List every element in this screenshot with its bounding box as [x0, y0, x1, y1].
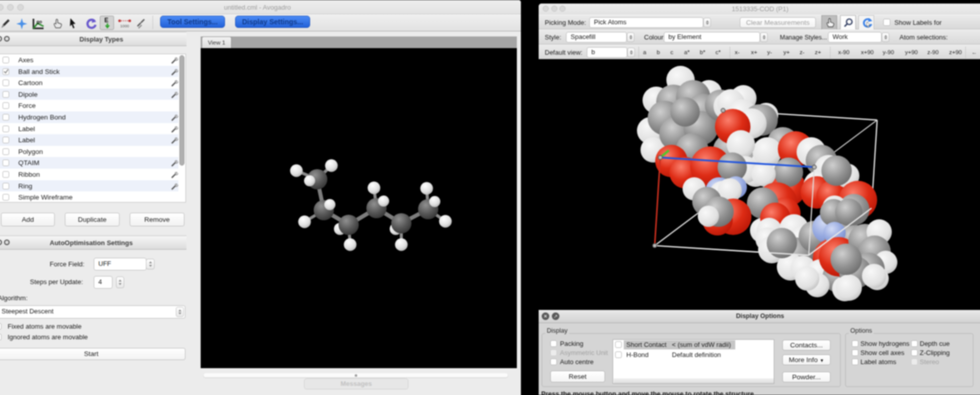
svg-text:1000: 1000	[120, 24, 129, 28]
svg-text:E: E	[104, 17, 108, 24]
svg-text:go: go	[36, 19, 42, 24]
